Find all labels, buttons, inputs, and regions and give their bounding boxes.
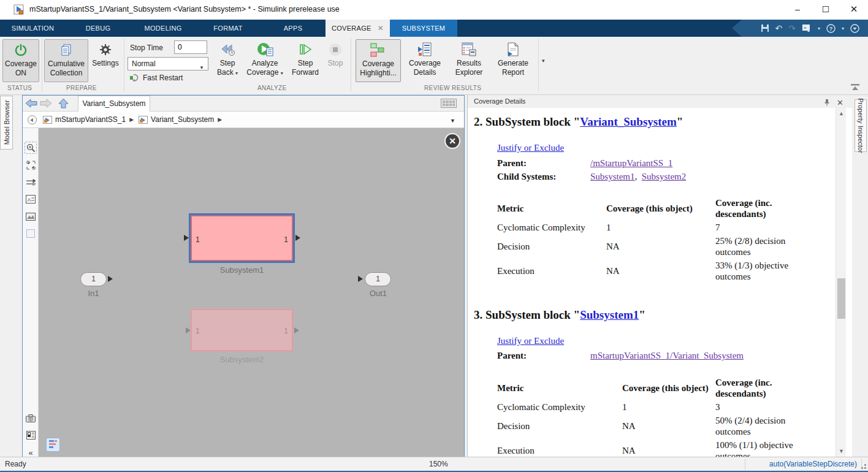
redo-icon[interactable]: ↷ [788, 24, 796, 32]
stop-button[interactable]: Stop [322, 39, 348, 82]
subsystem1-outport-number: 1 [284, 235, 288, 244]
forward-icon[interactable] [40, 98, 52, 108]
out1-input-port-icon[interactable] [358, 276, 363, 282]
tab-subsystem-block[interactable]: SUBSYSTEM BLOCK [390, 20, 457, 37]
status-solver[interactable]: auto(VariableStepDiscrete) [769, 460, 857, 468]
resize-grip[interactable] [864, 467, 866, 469]
breadcrumb-item-root[interactable]: mStartupVariantSS_1 [43, 115, 126, 124]
child-link-subsystem2[interactable]: Subsystem2 [642, 172, 687, 181]
back-icon[interactable] [25, 98, 37, 108]
svg-text:?: ? [829, 26, 833, 32]
parent-link[interactable]: /mStartupVariantSS_1 [590, 158, 672, 168]
scroll-down-icon[interactable]: ▼ [839, 448, 844, 454]
keyboard-shortcuts-icon[interactable] [441, 99, 457, 108]
justify-or-exclude-link[interactable]: Justify or Exclude [497, 336, 564, 346]
parent-link[interactable]: mStartupVariantSS_1/Variant_Subsystem [590, 351, 744, 360]
model-browser-toggle-icon[interactable] [28, 115, 37, 124]
simulation-mode-select[interactable]: Normal ▼ [128, 57, 208, 70]
model-canvas[interactable]: ✕ 1 1 Subsystem1 1 1 Subsystem2 1 I [39, 128, 464, 457]
help-caret-icon[interactable]: ▾ [842, 26, 844, 31]
zoom-icon[interactable] [25, 142, 37, 154]
out1-block[interactable]: 1 [365, 272, 391, 286]
step-back-button[interactable]: Step Back ▾ [213, 39, 242, 82]
tab-simulation[interactable]: SIMULATION [0, 20, 66, 37]
coverage-highlighting-button[interactable]: Coverage Highlighti... [356, 39, 401, 82]
subsystem1-input-port-icon[interactable] [184, 235, 189, 241]
tab-debug[interactable]: DEBUG [66, 20, 131, 37]
coverage-legend-icon[interactable] [46, 438, 60, 452]
undo-icon[interactable]: ↶ [775, 24, 783, 32]
scrollbar-thumb[interactable] [837, 278, 845, 319]
section-3-heading-link[interactable]: Subsystem1 [580, 308, 639, 321]
panel-scrollbar[interactable]: ▲ ▼ [836, 108, 846, 457]
export-caret-icon[interactable]: ▾ [818, 26, 820, 31]
coverage-tab-close-icon[interactable]: ✕ [378, 24, 384, 32]
status-divider [745, 459, 745, 470]
svg-text:A: A [28, 197, 31, 203]
export-annotation-icon[interactable]: » [802, 24, 812, 32]
image-icon[interactable] [25, 210, 37, 223]
analyze-coverage-icon [256, 42, 273, 58]
chevron-down-icon: ▼ [199, 62, 204, 74]
group-label-prepare: PREPARE [66, 85, 97, 91]
up-icon[interactable] [58, 98, 69, 108]
camera-icon[interactable] [25, 412, 37, 424]
fit-view-icon[interactable] [25, 159, 37, 171]
property-inspector-tab[interactable]: Property Inspector [855, 99, 867, 152]
in1-block[interactable]: 1 [80, 272, 107, 286]
stop-time-input[interactable] [174, 40, 207, 54]
model-browser-tab[interactable]: Model Browser [0, 96, 13, 150]
subsystem2-output-port-icon[interactable] [294, 327, 299, 333]
subsystem1-block[interactable]: 1 1 [189, 213, 295, 263]
save-icon[interactable] [761, 24, 769, 32]
group-separator [42, 39, 42, 91]
scroll-up-icon[interactable]: ▲ [839, 110, 844, 116]
fast-restart-toggle[interactable]: Fast Restart [130, 74, 183, 82]
tab-modeling[interactable]: MODELING [131, 20, 196, 37]
cumulative-collection-button[interactable]: Cumulative Collection [44, 39, 88, 82]
title-bar: mStartupVariantSS_1/Variant_Subsystem <V… [0, 0, 868, 20]
tab-coverage[interactable]: COVERAGE✕ [326, 20, 390, 37]
coverage-details-button[interactable]: Coverage Details [403, 39, 446, 82]
panel-close-icon[interactable]: ✕ [837, 96, 843, 109]
review-results-overflow-button[interactable]: ▾ [542, 58, 545, 64]
results-explorer-button[interactable]: Results Explorer [449, 39, 489, 82]
analyze-coverage-button[interactable]: Analyze Coverage ▾ [245, 39, 284, 82]
canvas-close-icon[interactable]: ✕ [444, 133, 460, 149]
step-forward-button[interactable]: Step Forward [289, 39, 321, 82]
coverage-on-button[interactable]: Coverage ON [2, 39, 39, 82]
child-link-subsystem1[interactable]: Subsystem1 [590, 172, 635, 181]
table-header: Coverage (this object) [622, 383, 726, 394]
ribbon-tab-strip: SIMULATION DEBUG MODELING FORMAT APPS CO… [0, 20, 868, 37]
generate-report-button[interactable]: Generate Report [492, 39, 535, 82]
signal-routing-icon[interactable] [25, 176, 37, 188]
subsystem2-block[interactable]: 1 1 [191, 309, 293, 351]
viewmarks-icon[interactable] [25, 429, 37, 441]
document-tab[interactable]: Variant_Subsystem [78, 96, 150, 112]
annotation-icon[interactable]: A [25, 193, 37, 205]
section-2-heading-link[interactable]: Variant_Subsystem [580, 115, 677, 128]
subsystem1-inport-number: 1 [196, 235, 200, 244]
breadcrumb-item-subsystem[interactable]: Variant_Subsystem [139, 115, 214, 124]
area-icon[interactable] [25, 227, 37, 240]
minimize-button[interactable]: – [783, 0, 812, 18]
in1-output-port-icon[interactable] [108, 276, 113, 282]
table-cell: 50% (2/4) decision outcomes [715, 415, 804, 437]
subsystem1-output-port-icon[interactable] [295, 235, 300, 241]
status-ready: Ready [5, 460, 26, 468]
collapse-ribbon-icon[interactable] [850, 83, 861, 92]
tab-format[interactable]: FORMAT [196, 20, 261, 37]
help-icon[interactable]: ? [826, 24, 836, 33]
table-cell: Cyclomatic Complexity [497, 402, 601, 413]
tab-apps[interactable]: APPS [261, 20, 326, 37]
status-zoom-level: 150% [429, 460, 448, 468]
breadcrumb-dropdown-icon[interactable]: ▼ [450, 118, 455, 124]
subsystem2-input-port-icon[interactable] [186, 327, 191, 333]
breadcrumb-separator-icon[interactable]: ▶ [218, 116, 222, 123]
close-button[interactable]: ✕ [840, 0, 868, 18]
more-circle-icon[interactable] [850, 24, 859, 33]
maximize-button[interactable]: ☐ [812, 0, 840, 18]
breadcrumb-separator-icon[interactable]: ▶ [129, 116, 134, 123]
justify-or-exclude-link[interactable]: Justify or Exclude [497, 143, 564, 153]
settings-button[interactable]: Settings [89, 39, 121, 82]
